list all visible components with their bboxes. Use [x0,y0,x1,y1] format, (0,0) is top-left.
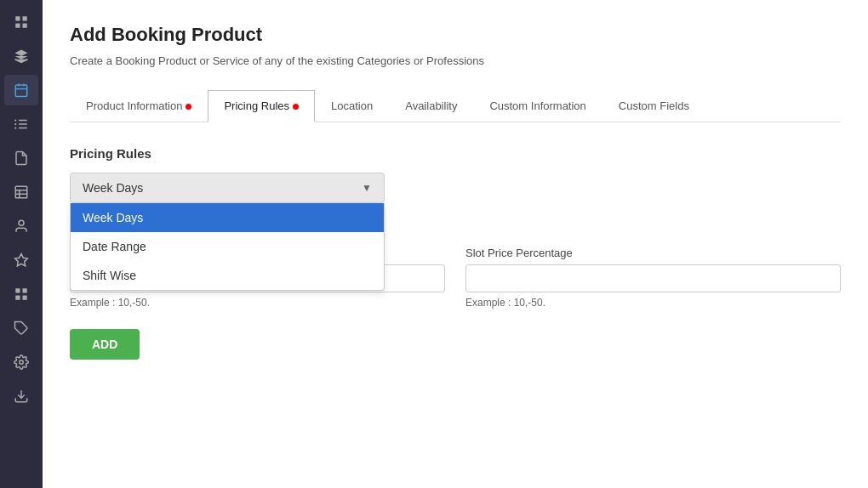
slot-price-percentage-input[interactable] [465,264,841,292]
svg-rect-23 [23,296,27,300]
svg-point-13 [14,127,16,128]
svg-rect-3 [23,24,27,28]
slot-price-percentage-hint: Example : 10,-50. [465,297,841,309]
tab-custom-fields[interactable]: Custom Fields [602,90,705,122]
slot-price-percentage-label: Slot Price Percentage [465,247,841,259]
pricing-type-dropdown-container: Week Days ▼ Week Days Date Range Shift W… [70,173,385,203]
sidebar-item-grid[interactable] [4,7,38,37]
main-content: Add Booking Product Create a Booking Pro… [43,0,868,488]
page-title: Add Booking Product [70,24,841,46]
slot-price-hint: Example : 10,-50. [70,297,445,309]
sidebar [0,0,43,488]
svg-rect-2 [15,24,20,28]
sidebar-item-document[interactable] [4,143,38,173]
svg-rect-14 [15,186,27,198]
slot-price-percentage-group: Slot Price Percentage Example : 10,-50. [465,247,841,309]
svg-rect-0 [15,16,20,20]
pricing-type-dropdown[interactable]: Week Days ▼ [70,173,385,203]
tab-pricing-rules[interactable]: Pricing Rules [208,90,315,122]
dropdown-selected-label: Week Days [83,181,143,195]
svg-point-18 [19,220,24,225]
dropdown-option-week-days[interactable]: Week Days [71,203,384,232]
svg-rect-20 [15,288,20,292]
sidebar-item-layers[interactable] [4,41,38,71]
tab-product-information[interactable]: Product Information [70,90,208,122]
tab-availability[interactable]: Availability [389,90,473,122]
svg-point-11 [14,119,16,121]
sidebar-item-grid2[interactable] [4,279,38,309]
sidebar-item-list[interactable] [4,109,38,139]
dropdown-menu: Week Days Date Range Shift Wise [70,203,385,291]
sidebar-item-star[interactable] [4,245,38,275]
tab-dot-product [186,104,191,110]
svg-rect-22 [15,296,20,300]
sidebar-item-table[interactable] [4,177,38,207]
sidebar-item-settings[interactable] [4,347,38,377]
sidebar-item-puzzle[interactable] [4,313,38,343]
sidebar-item-calendar[interactable] [4,75,38,105]
tab-dot-pricing [293,104,299,110]
tab-location[interactable]: Location [315,90,389,122]
section-title: Pricing Rules [70,146,841,161]
add-button[interactable]: ADD [70,329,140,360]
svg-point-25 [20,360,24,365]
chevron-down-icon: ▼ [362,182,372,194]
dropdown-option-shift-wise[interactable]: Shift Wise [71,261,384,290]
dropdown-option-date-range[interactable]: Date Range [71,232,384,261]
sidebar-item-download[interactable] [4,381,38,411]
tab-custom-information[interactable]: Custom Information [473,90,602,122]
svg-rect-1 [23,16,27,20]
tabs-bar: Product Information Pricing Rules Locati… [70,90,841,122]
svg-point-12 [14,123,16,125]
svg-rect-4 [15,85,27,97]
page-subtitle: Create a Booking Product or Service of a… [70,53,841,70]
svg-rect-21 [23,288,27,292]
sidebar-item-user[interactable] [4,211,38,241]
svg-marker-19 [15,254,28,266]
